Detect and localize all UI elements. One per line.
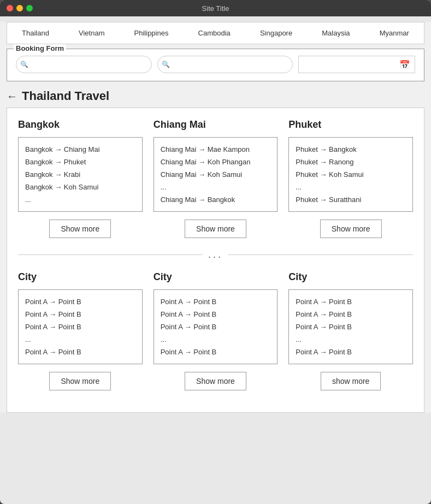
nav-item-malaysia[interactable]: Malaysia xyxy=(317,27,354,39)
route-item[interactable]: Point A → Point B xyxy=(25,295,135,308)
destination-input[interactable] xyxy=(157,56,293,73)
route-item[interactable]: Chiang Mai → Koh Phangan xyxy=(161,156,271,168)
nav-item-singapore[interactable]: Singapore xyxy=(256,27,297,39)
city-name-1: City xyxy=(18,271,143,283)
route-item[interactable]: Phuket → Bangkok xyxy=(296,143,406,156)
date-field-wrap: 12 May 2016 📅 xyxy=(298,56,415,73)
routes-box-city1: Point A → Point B Point A → Point B Poin… xyxy=(18,289,143,364)
route-item[interactable]: Point A → Point B xyxy=(161,308,271,321)
city-column-bangkok: Bangkok Bangkok → Chiang Mai Bangkok → P… xyxy=(18,119,143,238)
show-more-button-city1[interactable]: Show more xyxy=(49,372,111,390)
city-name-chiangmai: Chiang Mai xyxy=(153,119,278,131)
route-item[interactable]: Bangkok → Krabi xyxy=(25,168,135,181)
route-item[interactable]: Bangkok → Koh Samui xyxy=(25,181,135,193)
route-item[interactable]: Point A → Point B xyxy=(296,346,406,358)
divider-line-left xyxy=(18,254,203,255)
show-more-button-city3[interactable]: show more xyxy=(321,372,381,390)
origin-field-wrap: 🔍 xyxy=(16,56,152,73)
route-item[interactable]: Point A → Point B xyxy=(25,346,135,358)
search-icon-2: 🔍 xyxy=(162,61,170,68)
routes-box-chiangmai: Chiang Mai → Mae Kampon Chiang Mai → Koh… xyxy=(153,137,278,212)
main-card: Bangkok Bangkok → Chiang Mai Bangkok → P… xyxy=(7,108,424,413)
routes-box-phuket: Phuket → Bangkok Phuket → Ranong Phuket … xyxy=(288,137,413,212)
destination-field-wrap: 🔍 xyxy=(157,56,293,73)
origin-input[interactable] xyxy=(16,56,152,73)
window-title: Site Title xyxy=(202,4,229,13)
show-more-button-chiangmai[interactable]: Show more xyxy=(185,220,246,238)
close-button[interactable] xyxy=(7,5,13,11)
city-column-chiangmai: Chiang Mai Chiang Mai → Mae Kampon Chian… xyxy=(153,119,278,238)
content-area: ThailandVietnamPhilippinesCambodiaSingap… xyxy=(0,22,431,413)
routes-box-city3: Point A → Point B Point A → Point B Poin… xyxy=(288,289,413,364)
booking-form-fields: 🔍 🔍 12 May 2016 📅 xyxy=(16,56,415,73)
city-name-2: City xyxy=(153,271,278,283)
city-name-phuket: Phuket xyxy=(288,119,413,131)
cities-row-2: City Point A → Point B Point A → Point B… xyxy=(18,271,413,390)
back-arrow-icon[interactable]: ← xyxy=(7,90,17,103)
city-column-3: City Point A → Point B Point A → Point B… xyxy=(288,271,413,390)
route-item-ellipsis: ... xyxy=(296,181,406,193)
route-item[interactable]: Chiang Mai → Bangkok xyxy=(161,193,271,206)
show-more-button-city2[interactable]: Show more xyxy=(185,372,246,390)
nav-item-vietnam[interactable]: Vietnam xyxy=(74,27,109,39)
routes-box-bangkok: Bangkok → Chiang Mai Bangkok → Phuket Ba… xyxy=(18,137,143,212)
route-item[interactable]: Chiang Mai → Koh Samui xyxy=(161,168,271,181)
window-controls xyxy=(7,5,33,11)
route-item-ellipsis: ... xyxy=(161,181,271,193)
city-column-1: City Point A → Point B Point A → Point B… xyxy=(18,271,143,390)
route-item-ellipsis: ... xyxy=(296,333,406,346)
route-item[interactable]: Phuket → Koh Samui xyxy=(296,168,406,181)
show-more-button-phuket[interactable]: Show more xyxy=(320,220,382,238)
route-item-ellipsis: ... xyxy=(161,333,271,346)
app-window: Site Title ThailandVietnamPhilippinesCam… xyxy=(0,0,431,504)
route-item[interactable]: Phuket → Ranong xyxy=(296,156,406,168)
nav-bar: ThailandVietnamPhilippinesCambodiaSingap… xyxy=(7,22,424,44)
divider-dots: ... xyxy=(208,249,223,260)
route-item[interactable]: Point A → Point B xyxy=(161,321,271,333)
title-bar: Site Title xyxy=(0,0,431,16)
maximize-button[interactable] xyxy=(26,5,33,11)
nav-item-myanmar[interactable]: Myanmar xyxy=(375,27,414,39)
show-more-button-bangkok[interactable]: Show more xyxy=(49,220,111,238)
page-title-section: ← Thailand Travel xyxy=(7,89,424,103)
route-item[interactable]: Phuket → Suratthani xyxy=(296,193,406,206)
route-item[interactable]: Bangkok → Phuket xyxy=(25,156,135,168)
page-title: Thailand Travel xyxy=(22,89,109,103)
route-item[interactable]: Point A → Point B xyxy=(25,308,135,321)
city-column-2: City Point A → Point B Point A → Point B… xyxy=(153,271,278,390)
route-item[interactable]: Chiang Mai → Mae Kampon xyxy=(161,143,271,156)
route-item[interactable]: Point A → Point B xyxy=(25,321,135,333)
nav-item-cambodia[interactable]: Cambodia xyxy=(194,27,235,39)
route-item[interactable]: Point A → Point B xyxy=(161,295,271,308)
city-name-3: City xyxy=(288,271,413,283)
minimize-button[interactable] xyxy=(16,5,23,11)
nav-item-thailand[interactable]: Thailand xyxy=(17,27,54,39)
city-name-bangkok: Bangkok xyxy=(18,119,143,131)
cities-row-1: Bangkok Bangkok → Chiang Mai Bangkok → P… xyxy=(18,119,413,238)
booking-form: Booking Form 🔍 🔍 12 May 2016 📅 xyxy=(7,49,424,81)
route-item[interactable]: Point A → Point B xyxy=(296,308,406,321)
route-item[interactable]: Bangkok → Chiang Mai xyxy=(25,143,135,156)
nav-item-philippines[interactable]: Philippines xyxy=(130,27,173,39)
route-item[interactable]: Point A → Point B xyxy=(296,295,406,308)
route-item[interactable]: Point A → Point B xyxy=(296,321,406,333)
calendar-icon[interactable]: 📅 xyxy=(399,60,410,70)
route-item[interactable]: Point A → Point B xyxy=(161,346,271,358)
date-input[interactable]: 12 May 2016 xyxy=(303,61,395,69)
routes-box-city2: Point A → Point B Point A → Point B Poin… xyxy=(153,289,278,364)
divider-section: ... xyxy=(18,249,413,260)
route-item-ellipsis: ... xyxy=(25,193,135,206)
divider-line-right xyxy=(228,254,413,255)
booking-form-legend: Booking Form xyxy=(14,44,66,52)
route-item-ellipsis: ... xyxy=(25,333,135,346)
search-icon-1: 🔍 xyxy=(20,61,28,68)
city-column-phuket: Phuket Phuket → Bangkok Phuket → Ranong … xyxy=(288,119,413,238)
